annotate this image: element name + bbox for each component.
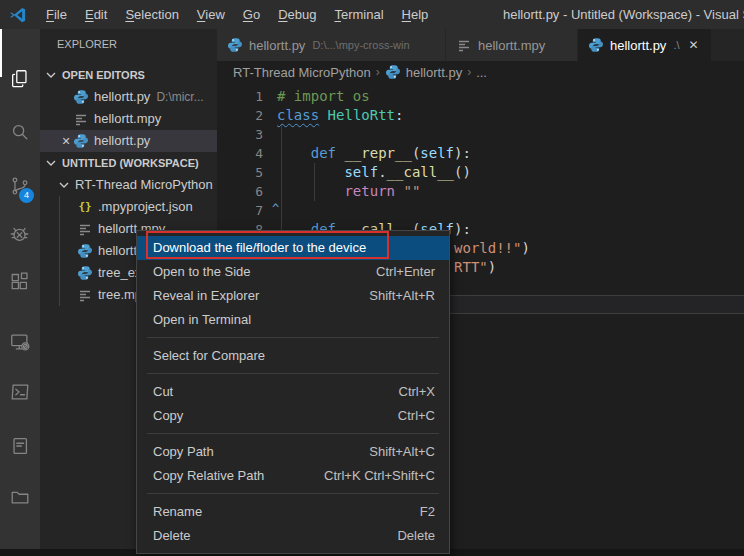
menubar-item-edit[interactable]: Edit	[76, 7, 116, 22]
search-icon[interactable]	[9, 121, 31, 143]
tab-close-icon[interactable]: ✕	[689, 38, 699, 52]
workspace-folder[interactable]: RT-Thread MicroPython	[40, 174, 217, 196]
annotation-box	[146, 231, 389, 259]
menu-item-label: Delete	[153, 524, 191, 548]
output-doc-icon[interactable]	[9, 435, 31, 457]
json-file-icon: {}	[77, 199, 93, 215]
menubar-item-go[interactable]: Go	[234, 7, 269, 22]
chevron-down-icon	[56, 177, 72, 193]
terminal-icon[interactable]	[9, 381, 31, 403]
editor-tab-bar: hellortt.pyD:\...\mpy-cross-winhellortt.…	[217, 29, 744, 61]
open-editor-item[interactable]: hellortt.mpy	[40, 108, 217, 130]
close-icon[interactable]: ✕	[59, 130, 73, 152]
python-file-icon	[77, 265, 93, 281]
file-name: hellortt.mpy	[94, 108, 161, 130]
activity-bar: 4	[0, 29, 40, 556]
mpy-file-icon	[77, 287, 93, 303]
menu-item-copy-relative-path[interactable]: Copy Relative PathCtrl+K Ctrl+Shift+C	[137, 464, 449, 488]
menu-item-shortcut: Shift+Alt+C	[369, 440, 435, 464]
breadcrumb-item[interactable]: ...	[476, 65, 487, 80]
chevron-down-icon	[43, 67, 59, 83]
menu-item-rename[interactable]: RenameF2	[137, 500, 449, 524]
code-text: class HelloRtt:	[263, 106, 403, 125]
line-number: 6	[217, 182, 263, 201]
menu-item-reveal-in-explorer[interactable]: Reveal in ExplorerShift+Alt+R	[137, 284, 449, 308]
vscode-window: FileEditSelectionViewGoDebugTerminalHelp…	[0, 0, 744, 556]
menubar-item-selection[interactable]: Selection	[116, 7, 187, 22]
python-file-icon	[227, 37, 243, 53]
menu-item-shortcut: Ctrl+K Ctrl+Shift+C	[324, 464, 435, 488]
file-name: hellortt.py	[94, 130, 150, 152]
python-file-icon	[73, 133, 89, 149]
tab-description: .\	[673, 39, 679, 51]
active-view-indicator	[0, 29, 2, 77]
menu-item-select-for-compare[interactable]: Select for Compare	[137, 344, 449, 368]
menu-item-open-in-terminal[interactable]: Open in Terminal	[137, 308, 449, 332]
file-name: hellortt.py	[94, 86, 150, 108]
line-number: 7	[217, 201, 263, 220]
menu-item-shortcut: Ctrl+X	[399, 380, 435, 404]
open-editor-item[interactable]: ✕hellortt.py	[40, 130, 217, 152]
menubar-item-help[interactable]: Help	[393, 7, 438, 22]
menu-separator	[147, 433, 439, 434]
code-line: 5 self.__call__()	[217, 163, 744, 182]
breadcrumb-item[interactable]: RT-Thread MicroPython	[233, 65, 371, 80]
title-bar: FileEditSelectionViewGoDebugTerminalHelp…	[0, 0, 744, 29]
breadcrumb-item[interactable]: hellortt.py	[406, 65, 462, 80]
extensions-icon[interactable]	[9, 271, 31, 293]
code-text: # import os	[263, 87, 370, 106]
menu-separator	[147, 373, 439, 374]
menubar-item-debug[interactable]: Debug	[269, 7, 325, 22]
line-number: 4	[217, 144, 263, 163]
menu-item-open-to-the-side[interactable]: Open to the SideCtrl+Enter	[137, 260, 449, 284]
mpy-file-icon	[73, 111, 89, 127]
python-file-icon	[77, 243, 93, 259]
menubar-item-terminal[interactable]: Terminal	[325, 7, 392, 22]
workspace-header[interactable]: UNTITLED (WORKSPACE)	[40, 152, 217, 174]
debug-icon[interactable]	[9, 223, 31, 245]
section-header-label: UNTITLED (WORKSPACE)	[62, 152, 199, 174]
python-file-icon	[385, 64, 401, 80]
file-name: .mpyproject.json	[98, 196, 193, 218]
menu-item-copy-path[interactable]: Copy PathShift+Alt+C	[137, 440, 449, 464]
code-line: 1# import os	[217, 87, 744, 106]
menu-item-shortcut: Ctrl+Enter	[376, 260, 435, 284]
menu-item-label: Cut	[153, 380, 173, 404]
menubar-item-view[interactable]: View	[188, 7, 234, 22]
menu-item-label: Copy	[153, 404, 183, 428]
menu-item-copy[interactable]: CopyCtrl+C	[137, 404, 449, 428]
menu-item-label: Select for Compare	[153, 344, 265, 368]
tab-hellortt.mpy[interactable]: hellortt.mpy	[446, 29, 578, 61]
menu-separator	[147, 337, 439, 338]
explorer-icon[interactable]	[9, 68, 31, 90]
menu-item-delete[interactable]: DeleteDelete	[137, 524, 449, 548]
chevron-down-icon	[43, 155, 59, 171]
menu-item-cut[interactable]: CutCtrl+X	[137, 380, 449, 404]
code-line: 7	[217, 201, 744, 220]
code-line: 2class HelloRtt:	[217, 106, 744, 125]
tab-hellortt.py[interactable]: hellortt.py.\✕	[578, 29, 712, 61]
menubar-item-file[interactable]: File	[37, 7, 76, 22]
mpy-file-icon	[77, 221, 93, 237]
line-number: 1	[217, 87, 263, 106]
mpy-file-icon	[456, 37, 472, 53]
source-control-badge: 4	[19, 188, 34, 203]
menu-item-label: Copy Path	[153, 440, 214, 464]
window-title: hellortt.py - Untitled (Workspace) - Vis…	[503, 0, 744, 29]
tab-hellortt.py[interactable]: hellortt.pyD:\...\mpy-cross-win	[217, 29, 446, 61]
open-editor-item[interactable]: hellortt.pyD:\micr...	[40, 86, 217, 108]
device-connect-icon[interactable]	[9, 331, 31, 353]
code-line: 6 return ""	[217, 182, 744, 201]
line-number: 3	[217, 125, 263, 144]
menu-item-label: Rename	[153, 500, 202, 524]
code-text: return ""	[263, 182, 420, 201]
project-folder-icon[interactable]	[9, 486, 31, 508]
tree-file-item[interactable]: {}.mpyproject.json	[40, 196, 217, 218]
code-line: 3	[217, 125, 744, 144]
menu-item-label: Open to the Side	[153, 260, 251, 284]
code-line: 4 def __repr__(self):	[217, 144, 744, 163]
menu-item-shortcut: Shift+Alt+R	[369, 284, 435, 308]
sidebar-title: EXPLORER	[57, 38, 117, 50]
tab-description: D:\...\mpy-cross-win	[312, 39, 409, 51]
open-editors-header[interactable]: OPEN EDITORS	[40, 64, 217, 86]
